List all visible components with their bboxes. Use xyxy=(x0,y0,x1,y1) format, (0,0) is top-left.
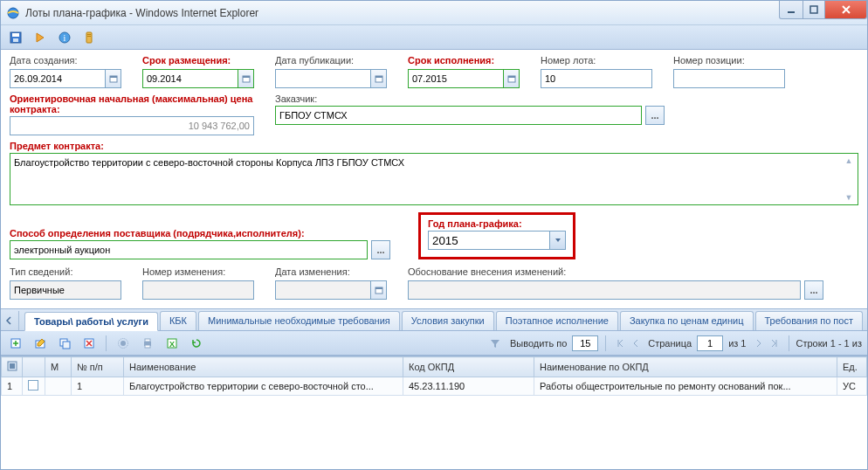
svg-rect-9 xyxy=(87,34,91,35)
refresh-icon[interactable] xyxy=(187,334,206,353)
calendar-icon[interactable] xyxy=(371,280,387,300)
tab-unit-prices[interactable]: Закупка по ценам единиц xyxy=(620,311,754,330)
calendar-icon[interactable] xyxy=(106,69,121,88)
copy-row-icon[interactable] xyxy=(55,334,74,353)
form-area: Дата создания: Срок размещения: Дата пуб… xyxy=(1,50,867,308)
filter-icon[interactable] xyxy=(486,334,505,353)
info-type-input[interactable] xyxy=(10,280,121,300)
grid-toolbar: X Выводить по Страница из 1 Строки 1 - 1… xyxy=(1,331,867,356)
calendar-icon[interactable] xyxy=(238,69,254,88)
forward-icon[interactable] xyxy=(31,28,50,47)
change-number-label: Номер изменения: xyxy=(142,266,265,277)
svg-rect-10 xyxy=(87,36,91,37)
row-checkbox[interactable] xyxy=(23,377,45,396)
add-row-icon[interactable] xyxy=(6,334,25,353)
change-number-input[interactable] xyxy=(142,280,254,300)
col-checkbox[interactable] xyxy=(23,357,45,377)
position-number-label: Номер позиции: xyxy=(673,55,796,66)
svg-rect-20 xyxy=(375,287,382,289)
lot-number-input[interactable] xyxy=(541,69,652,88)
info-type-label: Тип сведений: xyxy=(10,266,132,277)
placement-term-input[interactable] xyxy=(142,69,238,88)
delete-row-icon[interactable] xyxy=(79,334,99,353)
tab-scroll-left[interactable] xyxy=(4,311,19,330)
scrollbar-icon[interactable]: ▲▼ xyxy=(843,156,855,202)
table-row[interactable]: 1 1 Благоустройство территории с северо-… xyxy=(2,377,867,396)
calendar-icon[interactable] xyxy=(504,69,520,88)
tab-conditions[interactable]: Условия закупки xyxy=(402,311,494,330)
creation-date-input[interactable] xyxy=(10,69,106,88)
attachment-icon[interactable] xyxy=(79,28,99,47)
main-toolbar: i xyxy=(1,25,867,50)
col-okpd-code[interactable]: Код ОКПД xyxy=(403,357,534,377)
supplier-method-input[interactable] xyxy=(10,240,368,259)
svg-rect-4 xyxy=(12,33,19,37)
col-okpd-name[interactable]: Наименование по ОКПД xyxy=(534,357,837,377)
export-excel-icon[interactable]: X xyxy=(162,334,182,353)
row-unit: УС xyxy=(837,377,867,396)
change-date-label: Дата изменения: xyxy=(275,266,397,277)
lookup-button[interactable]: ... xyxy=(371,240,390,259)
save-button[interactable] xyxy=(6,28,25,47)
subject-label: Предмет контракта: xyxy=(10,141,858,151)
plan-year-input[interactable] xyxy=(428,231,550,250)
lookup-button[interactable]: ... xyxy=(804,280,823,300)
calendar-icon[interactable] xyxy=(371,69,387,88)
chevron-down-icon[interactable] xyxy=(550,231,566,250)
close-button[interactable] xyxy=(825,1,867,19)
row-m xyxy=(45,377,72,396)
execution-term-input[interactable] xyxy=(408,69,504,88)
page-label-post: из 1 xyxy=(728,338,746,349)
col-npp[interactable]: № п/п xyxy=(72,357,124,377)
customer-input[interactable] xyxy=(275,106,642,125)
prev-page-icon[interactable] xyxy=(629,336,643,350)
rows-info-label: Строки 1 - 1 из xyxy=(796,338,863,349)
ie-icon xyxy=(6,6,20,20)
print-icon[interactable] xyxy=(138,334,157,353)
first-page-icon[interactable] xyxy=(613,336,627,350)
start-price-input[interactable] xyxy=(10,116,254,135)
titlebar: Лоты плана-графика - Windows Internet Ex… xyxy=(1,1,867,25)
col-unit[interactable]: Ед. xyxy=(837,357,867,377)
info-icon[interactable]: i xyxy=(55,28,74,47)
window-title: Лоты плана-графика - Windows Internet Ex… xyxy=(25,7,258,19)
edit-row-icon[interactable] xyxy=(31,334,50,353)
tab-goods[interactable]: Товары\ работы\ услуги xyxy=(24,312,158,331)
svg-text:X: X xyxy=(169,340,175,349)
window-controls xyxy=(779,1,867,19)
svg-point-26 xyxy=(121,341,126,346)
row-okpd-code: 45.23.11.190 xyxy=(403,377,534,396)
svg-rect-1 xyxy=(788,11,795,13)
col-name[interactable]: Наименование xyxy=(124,357,403,377)
svg-rect-2 xyxy=(810,6,817,13)
show-per-label: Выводить по xyxy=(510,338,567,349)
settings-icon[interactable] xyxy=(114,334,133,353)
next-page-icon[interactable] xyxy=(752,336,766,350)
last-page-icon[interactable] xyxy=(768,336,782,350)
lookup-button[interactable]: ... xyxy=(645,106,665,125)
minimize-button[interactable] xyxy=(779,1,803,19)
col-selector[interactable] xyxy=(2,357,23,377)
plan-year-select[interactable] xyxy=(428,231,566,250)
row-name: Благоустройство территории с северо-вост… xyxy=(124,377,403,396)
rows-per-page-input[interactable] xyxy=(572,335,598,351)
start-price-label: Ориентировочная начальная (максимальная)… xyxy=(10,93,265,114)
col-m[interactable]: М xyxy=(45,357,72,377)
page-number-input[interactable] xyxy=(697,335,723,351)
svg-rect-24 xyxy=(63,342,70,349)
plan-year-highlight: Год плана-графика: xyxy=(418,212,575,259)
subject-textarea[interactable]: Благоустройство территории с северо-вост… xyxy=(10,153,858,205)
data-grid: М № п/п Наименование Код ОКПД Наименован… xyxy=(1,356,867,396)
tab-min-req[interactable]: Минимальные необходимые требования xyxy=(198,311,400,330)
tab-req-supplier[interactable]: Требования по пост xyxy=(755,311,863,330)
change-date-input[interactable] xyxy=(275,280,371,300)
svg-text:i: i xyxy=(64,33,66,43)
change-reason-input[interactable] xyxy=(408,280,801,300)
publication-date-input[interactable] xyxy=(275,69,371,88)
position-number-input[interactable] xyxy=(673,69,785,88)
tab-kbk[interactable]: КБК xyxy=(160,311,196,330)
lot-number-label: Номер лота: xyxy=(541,55,663,66)
maximize-button[interactable] xyxy=(803,1,825,19)
tab-phased[interactable]: Поэтапное исполнение xyxy=(496,311,618,330)
creation-date-label: Дата создания: xyxy=(10,55,132,66)
